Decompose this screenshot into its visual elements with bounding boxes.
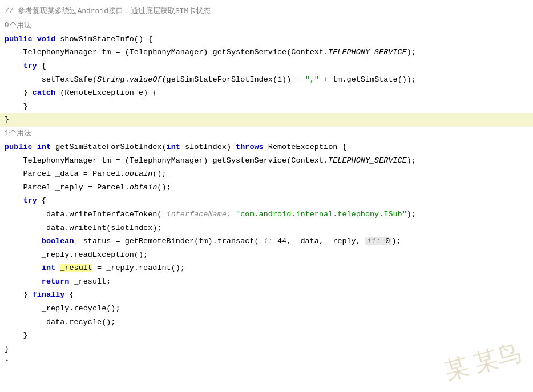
code-container: // 参考复现某多绕过Android接口，通过底层获取SIM卡状态 0个用法 p…	[0, 0, 533, 392]
code-line: }	[0, 329, 533, 342]
arrow-line: ↑	[0, 355, 533, 369]
usage1-label: 1个用法	[0, 127, 533, 140]
code-line: return _result;	[0, 275, 533, 289]
code-line: Parcel _data = Parcel.obtain();	[0, 167, 533, 181]
catch-line: } catch (RemoteException e) {	[0, 86, 533, 100]
code-line: }	[0, 342, 533, 356]
method1-signature: public void showSimStateInfo() {	[0, 33, 533, 46]
code-line: _data.writeInt(slotIndex);	[0, 221, 533, 235]
code-line: _data.recycle();	[0, 316, 533, 329]
code-line: TelephonyManager tm = (TelephonyManager)…	[0, 46, 533, 59]
comment-line: // 参考复现某多绕过Android接口，通过底层获取SIM卡状态	[0, 5, 533, 19]
code-line: _data.writeInterfaceToken( interfaceName…	[0, 208, 533, 221]
code-line: try {	[0, 194, 533, 208]
code-line: }	[0, 100, 533, 114]
code-line: setTextSafe(String.valueOf(getSimStateFo…	[0, 73, 533, 87]
usage0-label: 0个用法	[0, 19, 533, 33]
method2-signature: public int getSimStateForSlotIndex(int s…	[0, 140, 533, 154]
code-line: Parcel _reply = Parcel.obtain();	[0, 181, 533, 195]
code-line: boolean _status = getRemoteBinder(tm).tr…	[0, 235, 533, 248]
closing-brace-highlighted: }	[0, 113, 533, 127]
code-line: _reply.recycle();	[0, 302, 533, 316]
code-line: _reply.readException();	[0, 248, 533, 262]
code-line: TelephonyManager tm = (TelephonyManager)…	[0, 154, 533, 168]
int-result-line: int _result = _reply.readInt();	[0, 261, 533, 275]
code-line: } finally {	[0, 288, 533, 302]
code-line: try {	[0, 59, 533, 73]
